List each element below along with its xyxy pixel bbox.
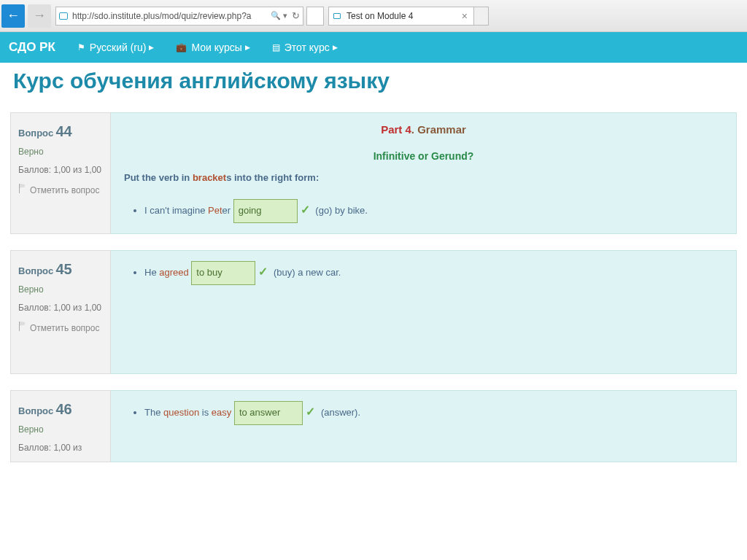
flag-label: Отметить вопрос xyxy=(30,184,99,197)
search-box[interactable] xyxy=(306,7,324,26)
question-info: Вопрос 44 Верно Баллов: 1,00 из 1,00 Отм… xyxy=(10,112,111,234)
sentence-list: The question is easy to answer✓ (answer)… xyxy=(124,401,723,425)
question-status: Верно xyxy=(18,283,103,296)
site-brand[interactable]: СДО РК xyxy=(9,40,55,55)
sentence-list: He agreed to buy✓ (buy) a new car. xyxy=(124,261,723,285)
question-block-44: Вопрос 44 Верно Баллов: 1,00 из 1,00 Отм… xyxy=(10,112,737,234)
site-icon xyxy=(59,11,69,21)
book-icon: ▤ xyxy=(272,42,280,52)
browser-tab[interactable]: Test on Module 4 × xyxy=(328,7,474,26)
question-label: Вопрос xyxy=(18,405,53,416)
forward-button[interactable]: → xyxy=(28,4,51,28)
question-score: Баллов: 1,00 из 1,00 xyxy=(18,164,103,176)
answer-box[interactable]: to answer xyxy=(234,401,303,425)
url-text: http://sdo.institute.plus/mod/quiz/revie… xyxy=(72,11,268,21)
nav-this-course[interactable]: ▤ Этот курс ▶ xyxy=(272,42,338,53)
sentence: The question is easy to answer✓ (answer)… xyxy=(144,401,723,425)
nav-this-course-label: Этот курс xyxy=(285,42,330,53)
flag-question[interactable]: Отметить вопрос xyxy=(18,322,103,335)
sentence: He agreed to buy✓ (buy) a new car. xyxy=(144,261,723,285)
question-body: He agreed to buy✓ (buy) a new car. xyxy=(111,250,737,374)
site-navbar: СДО РК ⚑ Русский (ru) ▶ 💼 Мои курсы ▶ ▤ … xyxy=(0,32,747,63)
question-info: Вопрос 45 Верно Баллов: 1,00 из 1,00 Отм… xyxy=(10,250,111,374)
nav-language-label: Русский (ru) xyxy=(90,42,147,53)
part-heading: Part 4. Grammar xyxy=(124,123,723,136)
question-block-45: Вопрос 45 Верно Баллов: 1,00 из 1,00 Отм… xyxy=(10,250,737,374)
question-label: Вопрос xyxy=(18,128,53,139)
check-icon: ✓ xyxy=(306,405,315,418)
answer-box[interactable]: to buy xyxy=(191,261,255,285)
tab-title: Test on Module 4 xyxy=(347,11,460,21)
question-body: The question is easy to answer✓ (answer)… xyxy=(111,390,737,462)
briefcase-icon: 💼 xyxy=(176,42,187,52)
sentence-list: I can't imagine Peter going✓ (go) by bik… xyxy=(124,199,723,223)
question-score: Баллов: 1,00 из xyxy=(18,442,103,454)
content-area: Вопрос 44 Верно Баллов: 1,00 из 1,00 Отм… xyxy=(0,112,747,462)
question-status: Верно xyxy=(18,145,103,158)
new-tab-button[interactable] xyxy=(474,7,489,26)
question-number: 46 xyxy=(55,401,71,417)
chevron-right-icon: ▶ xyxy=(333,44,338,51)
url-tools: 🔍 ▾ ↻ xyxy=(271,10,300,21)
question-score: Баллов: 1,00 из 1,00 xyxy=(18,302,103,314)
divider xyxy=(13,101,734,102)
back-button[interactable]: ← xyxy=(1,4,25,28)
flag-icon xyxy=(18,322,27,332)
chevron-right-icon: ▶ xyxy=(245,44,250,51)
check-icon: ✓ xyxy=(258,265,268,278)
chevron-right-icon: ▶ xyxy=(149,44,154,51)
question-block-46: Вопрос 46 Верно Баллов: 1,00 из The ques… xyxy=(10,390,737,462)
page-title: Курс обучения английскому языку xyxy=(0,63,747,101)
refresh-icon[interactable]: ↻ xyxy=(292,10,300,21)
tab-favicon xyxy=(333,12,342,20)
check-icon: ✓ xyxy=(301,203,310,216)
browser-toolbar: ← → http://sdo.institute.plus/mod/quiz/r… xyxy=(0,0,747,32)
question-number: 44 xyxy=(55,123,71,139)
close-tab-icon[interactable]: × xyxy=(460,10,469,22)
nav-my-courses-label: Мои курсы xyxy=(191,42,241,53)
question-info: Вопрос 46 Верно Баллов: 1,00 из xyxy=(10,390,111,462)
question-body: Part 4. Grammar Infinitive or Gerund? Pu… xyxy=(111,112,737,234)
flag-question[interactable]: Отметить вопрос xyxy=(18,184,103,197)
search-dropdown-icon[interactable]: 🔍 ▾ xyxy=(271,11,287,20)
nav-buttons: ← → xyxy=(0,4,53,28)
question-status: Верно xyxy=(18,423,103,436)
sub-heading: Infinitive or Gerund? xyxy=(124,150,723,162)
nav-language[interactable]: ⚑ Русский (ru) ▶ xyxy=(77,42,155,53)
flag-icon xyxy=(18,184,27,194)
sentence: I can't imagine Peter going✓ (go) by bik… xyxy=(144,199,723,223)
address-bar[interactable]: http://sdo.institute.plus/mod/quiz/revie… xyxy=(55,7,303,26)
flag-icon: ⚑ xyxy=(77,42,85,52)
question-label: Вопрос xyxy=(18,265,53,276)
answer-box[interactable]: going xyxy=(233,199,298,223)
nav-my-courses[interactable]: 💼 Мои курсы ▶ xyxy=(176,42,249,53)
flag-label: Отметить вопрос xyxy=(30,322,99,335)
instruction: Put the verb in brackets into the right … xyxy=(124,172,723,183)
question-number: 45 xyxy=(55,261,71,277)
